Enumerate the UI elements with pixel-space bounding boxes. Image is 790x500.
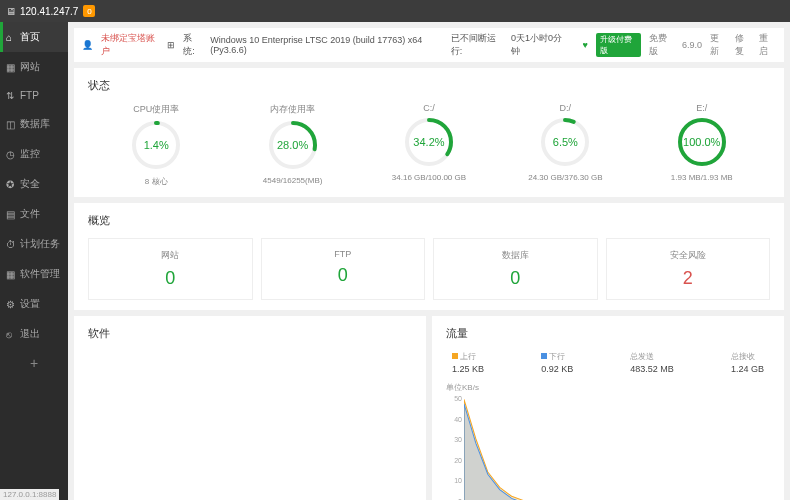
repair-link[interactable]: 修复 [735, 32, 752, 58]
gauge-4[interactable]: E:/ 100.0% 1.93 MB/1.93 MB [640, 103, 763, 187]
sidebar-item-10[interactable]: ⎋退出 [0, 319, 68, 349]
gauge-label: 内存使用率 [231, 103, 354, 116]
software-title: 软件 [88, 326, 412, 341]
sidebar-item-1[interactable]: ▦网站 [0, 52, 68, 82]
restart-link[interactable]: 重启 [759, 32, 776, 58]
traffic-up: 上行 1.25 KB [452, 351, 484, 374]
ov-label: 网站 [93, 249, 248, 262]
sidebar-item-6[interactable]: ▤文件 [0, 199, 68, 229]
sidebar-label: 监控 [20, 147, 40, 161]
gauge-sub: 8 核心 [95, 176, 218, 187]
gauge-sub: 24.30 GB/376.30 GB [504, 173, 627, 182]
sidebar-item-8[interactable]: ▦软件管理 [0, 259, 68, 289]
ov-value: 0 [438, 268, 593, 289]
chart-unit: 单位KB/s [446, 382, 770, 393]
status-panel: 状态 CPU使用率 1.4% 8 核心 内存使用率 28.0% 4549/162… [74, 68, 784, 197]
sidebar-item-9[interactable]: ⚙设置 [0, 289, 68, 319]
sidebar-label: 设置 [20, 297, 40, 311]
gauge-circle: 28.0% [268, 120, 318, 170]
overview-panel: 概览 网站 0FTP 0数据库 0安全风险 2 [74, 203, 784, 310]
status-title: 状态 [88, 78, 770, 93]
sidebar-label: 数据库 [20, 117, 50, 131]
system-label: 系统: [183, 32, 202, 58]
sidebar-icon: ▦ [6, 62, 16, 73]
overview-title: 概览 [88, 213, 770, 228]
gauge-3[interactable]: D:/ 6.5% 24.30 GB/376.30 GB [504, 103, 627, 187]
sidebar-label: 退出 [20, 327, 40, 341]
sidebar-item-5[interactable]: ✪安全 [0, 169, 68, 199]
traffic-down: 下行 0.92 KB [541, 351, 573, 374]
sidebar-label: 计划任务 [20, 237, 60, 251]
gauge-1[interactable]: 内存使用率 28.0% 4549/16255(MB) [231, 103, 354, 187]
footer-local-ip: 127.0.0.1:8888 [0, 489, 59, 500]
system-info: Windows 10 Enterprise LTSC 2019 (build 1… [210, 35, 442, 55]
sidebar-item-3[interactable]: ◫数据库 [0, 109, 68, 139]
overview-card-0[interactable]: 网站 0 [88, 238, 253, 300]
sidebar-icon: ⏱ [6, 239, 16, 250]
main-content: 👤 未绑定宝塔账户 ⊞ 系统: Windows 10 Enterprise LT… [68, 22, 790, 500]
sidebar-label: 文件 [20, 207, 40, 221]
notification-badge[interactable]: 0 [83, 5, 95, 17]
edition-label: 免费版 [649, 32, 674, 58]
traffic-chart: 50403020100 [446, 395, 770, 500]
shield-icon: ♥ [583, 40, 588, 50]
sidebar-item-0[interactable]: ⌂首页 [0, 22, 68, 52]
gauge-label: CPU使用率 [95, 103, 218, 116]
monitor-icon: 🖥 [6, 6, 16, 17]
traffic-title: 流量 [446, 326, 770, 341]
traffic-panel: 流量 上行 1.25 KB 下行 0.92 KB 总发送 483.52 MB [432, 316, 784, 500]
user-icon: 👤 [82, 40, 93, 50]
software-panel: 软件 [74, 316, 426, 500]
gauge-sub: 4549/16255(MB) [231, 176, 354, 185]
windows-icon: ⊞ [167, 40, 175, 50]
gauge-label: E:/ [640, 103, 763, 113]
login-warning[interactable]: 未绑定宝塔账户 [101, 32, 159, 58]
server-ip: 120.41.247.7 [20, 6, 78, 17]
overview-card-1[interactable]: FTP 0 [261, 238, 426, 300]
sidebar-icon: ◫ [6, 119, 16, 130]
gauge-2[interactable]: C:/ 34.2% 34.16 GB/100.00 GB [368, 103, 491, 187]
ov-label: 数据库 [438, 249, 593, 262]
gauge-percent: 34.2% [413, 136, 444, 148]
sidebar-icon: ⇅ [6, 90, 16, 101]
ov-value: 0 [93, 268, 248, 289]
overview-card-2[interactable]: 数据库 0 [433, 238, 598, 300]
ov-value: 0 [266, 265, 421, 286]
sidebar-label: 首页 [20, 30, 40, 44]
sidebar-label: FTP [20, 90, 39, 101]
sidebar-icon: ⌂ [6, 32, 16, 43]
sidebar-icon: ◷ [6, 149, 16, 160]
gauge-percent: 28.0% [277, 139, 308, 151]
sidebar-icon: ✪ [6, 179, 16, 190]
gauge-sub: 34.16 GB/100.00 GB [368, 173, 491, 182]
gauge-label: D:/ [504, 103, 627, 113]
overview-card-3[interactable]: 安全风险 2 [606, 238, 771, 300]
update-link[interactable]: 更新 [710, 32, 727, 58]
traffic-stats: 上行 1.25 KB 下行 0.92 KB 总发送 483.52 MB 总接收 … [446, 351, 770, 374]
traffic-total-sent: 总发送 483.52 MB [630, 351, 674, 374]
gauge-percent: 6.5% [553, 136, 578, 148]
gauge-percent: 1.4% [144, 139, 169, 151]
sidebar: ⌂首页▦网站⇅FTP◫数据库◷监控✪安全▤文件⏱计划任务▦软件管理⚙设置⎋退出+ [0, 22, 68, 500]
version-label: 6.9.0 [682, 40, 702, 50]
sidebar-item-2[interactable]: ⇅FTP [0, 82, 68, 109]
top-bar: 🖥 120.41.247.7 0 [0, 0, 790, 22]
gauge-sub: 1.93 MB/1.93 MB [640, 173, 763, 182]
sidebar-label: 软件管理 [20, 267, 60, 281]
sidebar-item-7[interactable]: ⏱计划任务 [0, 229, 68, 259]
gauge-0[interactable]: CPU使用率 1.4% 8 核心 [95, 103, 218, 187]
uptime-label: 已不间断运行: [451, 32, 503, 58]
info-bar: 👤 未绑定宝塔账户 ⊞ 系统: Windows 10 Enterprise LT… [74, 28, 784, 62]
sidebar-icon: ⚙ [6, 299, 16, 310]
ov-value: 2 [611, 268, 766, 289]
gauge-circle: 6.5% [540, 117, 590, 167]
upgrade-button[interactable]: 升级付费版 [596, 33, 641, 57]
uptime-value: 0天1小时0分钟 [511, 32, 567, 58]
gauge-label: C:/ [368, 103, 491, 113]
sidebar-icon: ▦ [6, 269, 16, 280]
sidebar-add-button[interactable]: + [0, 349, 68, 377]
ov-label: FTP [266, 249, 421, 259]
sidebar-item-4[interactable]: ◷监控 [0, 139, 68, 169]
sidebar-label: 网站 [20, 60, 40, 74]
gauge-circle: 1.4% [131, 120, 181, 170]
